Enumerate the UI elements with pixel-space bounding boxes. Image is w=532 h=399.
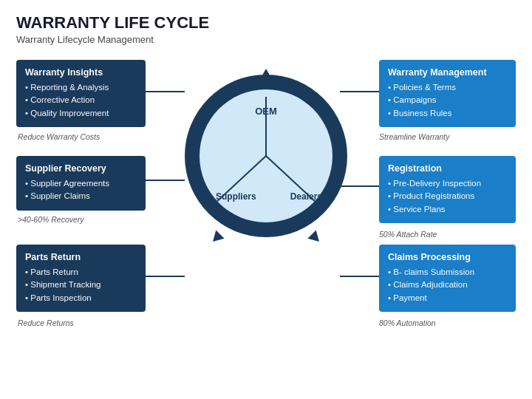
list-item: Claims Adjudication [388,279,507,291]
registration-list: Pre-Delivery Inspection Product Registra… [388,177,507,216]
label-oem: OEM [255,106,277,117]
parts-return-box: Parts Return Parts Return Shipment Track… [16,245,146,312]
diagram-area: OEM Suppliers Dealers Warranty Insights … [16,52,516,389]
label-dealers: Dealers [290,191,322,202]
caption-pr: Reduce Returns [18,318,74,327]
main-title: WARRANTY LIFE CYCLE [16,13,516,33]
arrow-top-icon [260,69,272,79]
circle-inner: OEM Suppliers Dealers [200,89,332,222]
warranty-insights-box: Warranty Insights Reporting & Analysis C… [16,60,146,127]
warranty-management-title: Warranty Management [388,67,507,78]
list-item: Parts Inspection [25,292,137,304]
list-item: B- claims Submission [388,266,507,279]
supplier-recovery-box: Supplier Recovery Supplier Agreements Su… [16,156,146,211]
connector-reg-h [340,185,379,187]
connector-pr-h [146,276,185,277]
warranty-management-list: Policies & Terms Campaigns Business Rule… [388,81,507,120]
label-suppliers: Suppliers [216,191,256,202]
supplier-recovery-list: Supplier Agreements Supplier Claims [25,177,137,203]
warranty-insights-title: Warranty Insights [25,67,137,78]
connector-sr-h [146,180,185,181]
list-item: Business Rules [388,107,507,120]
sub-title: Warranty Lifecycle Management [16,34,516,45]
parts-return-list: Parts Return Shipment Tracking Parts Ins… [25,266,137,304]
caption-reg: 50% Attach Rate [379,230,437,239]
list-item: Corrective Action [25,94,137,106]
connector-cp-h [340,276,379,277]
warranty-management-box: Warranty Management Policies & Terms Cam… [379,60,516,127]
parts-return-title: Parts Return [25,252,137,262]
claims-processing-title: Claims Processing [388,252,507,262]
caption-wi: Reduce Warranty Costs [18,132,100,141]
list-item: Service Plans [388,203,507,216]
circle-diagram: OEM Suppliers Dealers [185,75,347,237]
caption-cp: 80% Automation [379,318,436,327]
list-item: Shipment Tracking [25,279,137,291]
list-item: Campaigns [388,94,507,106]
list-item: Parts Return [25,266,137,279]
caption-wm: Streamline Warranty [379,132,516,141]
list-item: Product Registrations [388,190,507,202]
list-item: Pre-Delivery Inspection [388,177,507,190]
warranty-insights-list: Reporting & Analysis Corrective Action Q… [25,81,137,120]
list-item: Payment [388,292,507,304]
list-item: Supplier Claims [25,190,137,202]
claims-processing-box: Claims Processing B- claims Submission C… [379,245,516,312]
claims-processing-list: B- claims Submission Claims Adjudication… [388,266,507,304]
caption-sr: >40-60% Recovery [18,215,84,224]
list-item: Quality Improvement [25,107,137,120]
page-wrapper: WARRANTY LIFE CYCLE Warranty Lifecycle M… [0,0,532,399]
registration-title: Registration [388,163,507,174]
supplier-recovery-title: Supplier Recovery [25,163,137,174]
arrow-bottom-right-icon [307,230,323,245]
list-item: Policies & Terms [388,81,507,94]
circle-outer: OEM Suppliers Dealers [185,75,347,237]
connector-wm-h [340,91,379,92]
list-item: Reporting & Analysis [25,81,137,94]
connector-wi-h [146,91,185,92]
registration-box: Registration Pre-Delivery Inspection Pro… [379,156,516,223]
list-item: Supplier Agreements [25,177,137,190]
arrow-bottom-left-icon [208,230,224,245]
